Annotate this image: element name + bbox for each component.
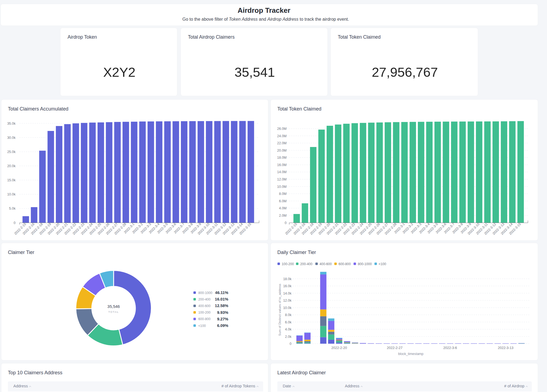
svg-text:35,546: 35,546 — [107, 304, 120, 309]
svg-text:4.0k: 4.0k — [285, 327, 291, 331]
svg-text:2022-3-6: 2022-3-6 — [443, 346, 457, 350]
svg-text:2022-2-27: 2022-2-27 — [387, 346, 402, 350]
svg-text:15.0k: 15.0k — [7, 178, 16, 182]
svg-text:9.27%: 9.27% — [217, 317, 228, 321]
svg-text:2.0M: 2.0M — [279, 214, 287, 218]
svg-text:16.0k: 16.0k — [283, 284, 291, 288]
svg-text:24.0M: 24.0M — [277, 134, 287, 138]
svg-text:35.0k: 35.0k — [7, 122, 16, 125]
svg-text:25.0k: 25.0k — [7, 150, 16, 154]
svg-text:46.11%: 46.11% — [215, 290, 228, 295]
svg-text:600-800: 600-800 — [339, 262, 351, 266]
svg-text:14.0k: 14.0k — [283, 292, 291, 295]
svg-text:22.0M: 22.0M — [277, 141, 287, 145]
svg-text:8.0M: 8.0M — [279, 192, 287, 196]
svg-text:0: 0 — [14, 221, 16, 225]
svg-text:12.58%: 12.58% — [215, 304, 228, 308]
svg-text:10.0k: 10.0k — [283, 306, 291, 310]
svg-text:600-800: 600-800 — [198, 317, 211, 321]
svg-text:26.0M: 26.0M — [277, 127, 287, 131]
svg-text:2.0k: 2.0k — [285, 335, 291, 339]
svg-text:<100: <100 — [198, 324, 206, 328]
svg-text:16.01%: 16.01% — [215, 297, 228, 301]
svg-text:10.0M: 10.0M — [277, 185, 287, 189]
svg-text:400-600: 400-600 — [320, 262, 332, 266]
svg-text:2022-2-20: 2022-2-20 — [331, 346, 347, 350]
svg-text:200-400: 200-400 — [300, 262, 312, 266]
svg-text:Sum of Distinct values of to_a: Sum of Distinct values of to_address — [278, 284, 282, 336]
svg-text:6.0k: 6.0k — [285, 320, 291, 324]
svg-text:100-200: 100-200 — [198, 311, 211, 314]
svg-text:800-1000: 800-1000 — [198, 291, 212, 295]
svg-text:18.0M: 18.0M — [277, 156, 287, 160]
svg-text:TOTAL: TOTAL — [108, 310, 119, 313]
svg-text:12.0k: 12.0k — [283, 299, 291, 302]
svg-text:8.0k: 8.0k — [285, 313, 291, 317]
svg-text:9.93%: 9.93% — [217, 310, 228, 315]
svg-text:0: 0 — [285, 221, 287, 225]
svg-text:400-600: 400-600 — [198, 304, 211, 308]
svg-text:<100: <100 — [379, 262, 386, 266]
svg-text:4.0M: 4.0M — [279, 206, 287, 210]
svg-text:200-400: 200-400 — [198, 298, 211, 301]
svg-text:20.0k: 20.0k — [7, 164, 16, 168]
svg-text:block_timestamp: block_timestamp — [398, 352, 424, 356]
svg-text:800-1000: 800-1000 — [358, 262, 372, 266]
svg-text:2022-3-13: 2022-3-13 — [498, 346, 513, 350]
svg-text:0: 0 — [290, 342, 291, 346]
svg-text:6.0M: 6.0M — [279, 199, 287, 203]
svg-text:100-200: 100-200 — [282, 262, 294, 266]
svg-text:20.0M: 20.0M — [277, 149, 287, 152]
svg-text:12.0M: 12.0M — [277, 177, 287, 181]
svg-text:5.0k: 5.0k — [9, 207, 16, 210]
svg-text:6.09%: 6.09% — [217, 323, 228, 328]
svg-text:10.0k: 10.0k — [7, 192, 16, 196]
svg-text:14.0M: 14.0M — [277, 170, 287, 174]
svg-text:16.0M: 16.0M — [277, 163, 287, 167]
svg-text:18.0k: 18.0k — [283, 277, 291, 281]
svg-text:30.0k: 30.0k — [7, 136, 16, 140]
